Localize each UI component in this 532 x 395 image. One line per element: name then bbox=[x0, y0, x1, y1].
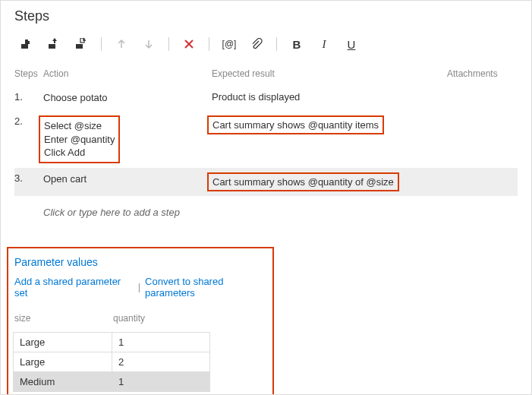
header-action: Action bbox=[43, 68, 212, 79]
step-expected-cell[interactable]: Product is displayed bbox=[212, 91, 447, 103]
step-action-text: Choose potato bbox=[43, 91, 212, 105]
param-cell-size[interactable]: Large bbox=[13, 352, 112, 372]
steps-toolbar: [@] B I U bbox=[1, 30, 531, 64]
steps-grid: Steps Action Expected result Attachments… bbox=[1, 64, 531, 218]
step-expected-text: Cart summary shows @quantity items bbox=[207, 115, 384, 134]
insert-step-icon[interactable] bbox=[14, 33, 39, 55]
link-separator: | bbox=[138, 281, 140, 292]
parameter-table: size quantity Large1Large2Medium1 bbox=[13, 306, 212, 392]
add-step-placeholder[interactable]: Click or type here to add a step bbox=[14, 196, 518, 218]
param-cell-quantity[interactable]: 2 bbox=[112, 352, 210, 372]
step-action-text: Select @size Enter @quantity Click Add bbox=[39, 115, 120, 163]
param-header-quantity: quantity bbox=[112, 309, 210, 327]
parameter-links: Add a shared parameter set | Convert to … bbox=[13, 276, 272, 306]
step-action-cell[interactable]: Choose potato bbox=[43, 91, 212, 105]
underline-button[interactable]: U bbox=[339, 33, 364, 55]
step-expected-text: Product is displayed bbox=[212, 91, 447, 103]
svg-rect-2 bbox=[54, 40, 55, 43]
step-expected-cell[interactable]: Cart summary shows @quantity of @size bbox=[212, 172, 447, 191]
insert-shared-step-icon[interactable] bbox=[69, 33, 93, 55]
param-table-row[interactable]: Large2 bbox=[13, 352, 212, 372]
attachment-icon[interactable] bbox=[244, 33, 269, 55]
parameter-values-title: Parameter values bbox=[13, 256, 272, 276]
svg-rect-3 bbox=[76, 44, 83, 49]
italic-button[interactable]: I bbox=[312, 33, 336, 55]
param-table-row[interactable]: Large1 bbox=[13, 332, 212, 352]
toolbar-separator bbox=[168, 37, 169, 51]
param-cell-quantity[interactable]: 1 bbox=[112, 332, 210, 352]
grid-header-row: Steps Action Expected result Attachments bbox=[14, 64, 518, 87]
step-action-cell[interactable]: Select @size Enter @quantity Click Add bbox=[43, 115, 212, 163]
convert-shared-parameters-link[interactable]: Convert to shared parameters bbox=[145, 276, 272, 299]
toolbar-separator bbox=[276, 37, 277, 51]
param-header-size: size bbox=[13, 309, 112, 327]
header-steps: Steps bbox=[14, 68, 43, 79]
step-expected-text: Cart summary shows @quantity of @size bbox=[207, 172, 399, 191]
toolbar-separator bbox=[209, 37, 209, 51]
step-row[interactable]: 2.Select @size Enter @quantity Click Add… bbox=[14, 111, 518, 168]
move-up-icon[interactable] bbox=[109, 33, 134, 55]
param-cell-size[interactable]: Large bbox=[13, 332, 112, 352]
step-number: 1. bbox=[14, 91, 43, 103]
step-expected-cell[interactable]: Cart summary shows @quantity items bbox=[212, 115, 447, 134]
step-row[interactable]: 3.Open cartCart summary shows @quantity … bbox=[14, 168, 518, 196]
svg-rect-1 bbox=[49, 44, 55, 49]
param-cell-quantity[interactable]: 1 bbox=[112, 372, 210, 392]
param-table-row[interactable]: Medium1 bbox=[13, 372, 212, 392]
parameter-values-panel: Parameter values Add a shared parameter … bbox=[7, 247, 274, 395]
step-row[interactable]: 1.Choose potatoProduct is displayed bbox=[14, 87, 518, 111]
step-number: 3. bbox=[14, 172, 43, 184]
header-attachments: Attachments bbox=[447, 68, 518, 79]
insert-step-before-icon[interactable] bbox=[42, 33, 66, 55]
delete-step-icon[interactable] bbox=[177, 33, 201, 55]
bold-button[interactable]: B bbox=[285, 33, 309, 55]
insert-parameter-icon[interactable]: [@] bbox=[217, 33, 241, 55]
step-action-cell[interactable]: Open cart bbox=[43, 172, 212, 186]
param-cell-size[interactable]: Medium bbox=[13, 372, 112, 392]
add-shared-parameter-link[interactable]: Add a shared parameter set bbox=[14, 276, 134, 299]
steps-panel-title: Steps bbox=[1, 1, 531, 30]
param-table-header: size quantity bbox=[13, 306, 212, 332]
svg-rect-0 bbox=[21, 44, 28, 49]
header-expected: Expected result bbox=[212, 68, 447, 79]
toolbar-separator bbox=[101, 37, 102, 51]
move-down-icon[interactable] bbox=[137, 33, 161, 55]
step-action-text: Open cart bbox=[43, 172, 212, 186]
